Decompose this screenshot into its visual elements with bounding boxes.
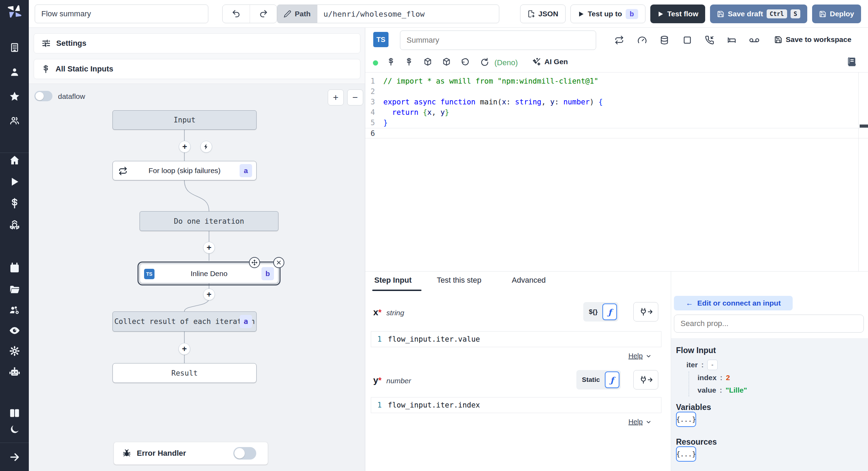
ai-gen-button[interactable]: AI Gen	[533, 58, 568, 66]
code-line[interactable]: 2	[365, 86, 868, 97]
scroll-position-marker[interactable]	[860, 125, 868, 128]
save-to-workspace-button[interactable]: Save to workspace	[774, 35, 851, 44]
windmill-logo[interactable]	[0, 3, 29, 19]
add-step-button[interactable]: +	[203, 242, 215, 254]
mock-voicemail-icon[interactable]	[749, 37, 759, 44]
error-handler-card[interactable]: Error Handler	[114, 442, 268, 465]
trigger-button[interactable]	[200, 141, 212, 153]
field-x-connect-button[interactable]	[633, 302, 658, 322]
field-y-expression-editor[interactable]: 1 flow_input.iter.index	[371, 397, 661, 413]
home-icon[interactable]	[0, 155, 29, 166]
tree-row-value[interactable]: value : "Lille"	[698, 386, 747, 394]
calendar-icon[interactable]	[0, 262, 29, 273]
suspend-phone-icon[interactable]	[705, 35, 714, 45]
building-icon[interactable]	[0, 42, 29, 53]
node-inline-deno[interactable]: TS Inline Deno b	[140, 264, 278, 283]
tree-row-iter[interactable]: iter : -	[686, 360, 718, 370]
collapse-iter-button[interactable]: -	[707, 360, 718, 370]
template-mode-option[interactable]: ${}	[585, 308, 602, 316]
code-line[interactable]: 1// import * as wmill from "npm:windmill…	[365, 76, 868, 86]
boxes-icon[interactable]	[0, 219, 29, 230]
field-y-help-link[interactable]: Help	[628, 418, 652, 426]
play-icon[interactable]	[0, 176, 29, 187]
field-y-expression: flow_input.iter.index	[388, 401, 480, 409]
code-line[interactable]: 6	[365, 128, 868, 138]
json-button[interactable]: JSON	[520, 5, 566, 23]
path-input[interactable]	[317, 5, 499, 23]
static-mode-option[interactable]: Static	[578, 376, 604, 384]
user-group-icon[interactable]	[0, 115, 29, 126]
error-handler-toggle[interactable]	[233, 447, 256, 460]
javascript-mode-option[interactable]: ƒ	[605, 371, 619, 388]
test-flow-button[interactable]: Test flow	[650, 5, 705, 23]
stop-square-icon[interactable]	[683, 35, 692, 45]
cache-database-icon[interactable]	[660, 35, 669, 45]
gauge-icon[interactable]	[637, 35, 647, 45]
folder-icon[interactable]	[0, 284, 29, 295]
library-icon[interactable]	[847, 57, 857, 67]
chevron-down-icon	[645, 419, 652, 425]
code-line-content: // import * as wmill from "npm:windmill-…	[383, 76, 599, 86]
reset-icon[interactable]	[461, 58, 469, 66]
test-up-to-step-badge[interactable]: b	[626, 9, 638, 19]
delete-step-button[interactable]	[273, 257, 284, 268]
dollar-icon[interactable]	[0, 198, 29, 209]
gear-icon[interactable]	[0, 345, 29, 357]
moon-icon[interactable]	[0, 424, 29, 435]
code-line[interactable]: 5}	[365, 118, 868, 128]
javascript-mode-option[interactable]: ƒ	[602, 303, 617, 320]
field-y-connect-button[interactable]	[633, 370, 658, 389]
user-cog-icon[interactable]	[0, 305, 29, 316]
book-icon[interactable]	[0, 407, 29, 419]
tab-step-input[interactable]: Step Input	[374, 276, 412, 285]
node-forloop[interactable]: For loop (skip failures) a	[112, 161, 257, 180]
add-step-button[interactable]: +	[179, 141, 191, 153]
eye-icon[interactable]	[0, 325, 29, 336]
error-handler-label: Error Handler	[137, 449, 186, 458]
deploy-button[interactable]: Deploy	[812, 5, 861, 23]
field-x-help-link[interactable]: Help	[628, 352, 652, 360]
add-step-button[interactable]: +	[178, 343, 190, 355]
resources-expand-button[interactable]: {...}	[676, 446, 696, 462]
kbd-ctrl: Ctrl	[767, 9, 787, 18]
code-editor[interactable]: 1// import * as wmill from "npm:windmill…	[365, 72, 868, 272]
path-chip[interactable]: Path	[277, 5, 317, 23]
move-step-button[interactable]	[249, 257, 260, 268]
runtime-label[interactable]: (Deno)	[494, 58, 518, 67]
package-icon[interactable]	[442, 58, 451, 66]
save-draft-button[interactable]: Save draft Ctrl S	[710, 5, 807, 23]
node-input[interactable]: Input	[112, 110, 257, 130]
expand-icon[interactable]	[0, 452, 29, 463]
dollar-small-icon[interactable]	[405, 58, 413, 66]
redo-button[interactable]	[250, 5, 277, 23]
redo-icon	[259, 9, 268, 18]
node-result[interactable]: Result	[112, 363, 257, 383]
user-icon[interactable]	[0, 67, 29, 78]
tree-row-index[interactable]: index : 2	[698, 374, 730, 382]
test-up-to-button[interactable]: Test up to b	[570, 5, 645, 23]
undo-button[interactable]	[223, 5, 250, 23]
edit-or-connect-button[interactable]: ← Edit or connect an input	[674, 296, 793, 310]
dollar-small-icon[interactable]	[387, 58, 395, 66]
tab-test-this-step[interactable]: Test this step	[437, 276, 481, 285]
package-icon[interactable]	[424, 58, 432, 66]
variables-expand-button[interactable]: {...}	[676, 412, 696, 427]
step-summary-input[interactable]	[400, 31, 596, 50]
topbar: Path JSON Test up to b Test flow Save dr…	[29, 0, 868, 28]
sleep-bed-icon[interactable]	[727, 35, 736, 45]
line-number: 1	[371, 335, 388, 343]
add-step-button[interactable]: +	[203, 289, 215, 300]
field-x-expression-editor[interactable]: 1 flow_input.iter.value	[371, 331, 661, 347]
search-prop-input[interactable]	[674, 315, 864, 333]
code-line[interactable]: 4 return {x, y}	[365, 107, 868, 118]
flow-summary-input[interactable]	[35, 5, 208, 23]
node-collect[interactable]: Collect result of each iteration a	[112, 311, 257, 332]
tab-advanced[interactable]: Advanced	[512, 276, 546, 285]
star-icon[interactable]	[0, 91, 29, 102]
retries-icon[interactable]	[615, 35, 624, 45]
robot-icon[interactable]	[0, 366, 29, 378]
code-line[interactable]: 3export async function main(x: string, y…	[365, 97, 868, 107]
node-iteration[interactable]: Do one iteration	[140, 211, 278, 231]
field-y-type: number	[386, 377, 411, 385]
reload-icon[interactable]	[480, 58, 488, 66]
